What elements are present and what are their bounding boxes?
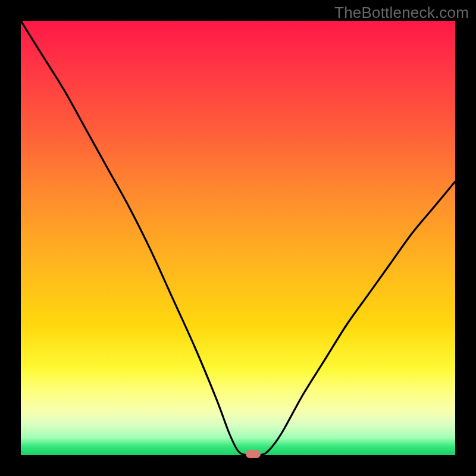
curve-path [21, 21, 455, 455]
watermark-text: TheBottleneck.com [334, 4, 469, 22]
plot-area [21, 21, 455, 455]
chart-frame: TheBottleneck.com [0, 0, 476, 476]
curve-svg [21, 21, 455, 455]
v-marker [246, 450, 261, 458]
